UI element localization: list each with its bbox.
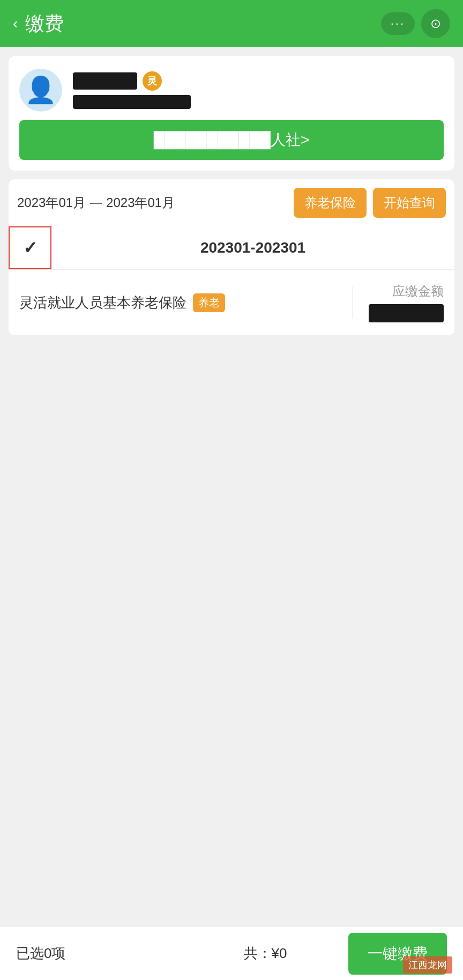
total-amount-value: ¥0 [272, 945, 287, 961]
app-header: ‹ 缴费 ··· ⊙ [0, 0, 463, 47]
filter-row: 2023年01月 — 2023年01月 养老保险 开始查询 [9, 179, 454, 226]
selected-count: 已选0项 [16, 944, 182, 963]
user-details: 灵 [73, 71, 444, 109]
total-label: 共： [244, 945, 272, 961]
checkbox-check-icon: ✓ [23, 238, 38, 258]
scan-button[interactable]: ⊙ [421, 9, 450, 38]
amount-label: 应缴金额 [358, 283, 444, 300]
watermark: 江西龙网 [403, 956, 452, 974]
checkbox-container[interactable]: ✓ [9, 226, 51, 269]
period-text: 202301-202301 [51, 226, 454, 269]
date-start: 2023年01月 [17, 194, 86, 211]
query-button[interactable]: 开始查询 [373, 188, 446, 218]
page-title: 缴费 [25, 11, 64, 37]
insurance-name: 灵活就业人员基本养老保险 [19, 293, 186, 312]
amount-redacted [369, 304, 444, 322]
user-name-row: 灵 [73, 71, 444, 91]
empty-space [9, 335, 454, 764]
back-button[interactable]: ‹ [13, 16, 18, 31]
insurance-left: 灵活就业人员基本养老保险 养老 [19, 293, 347, 312]
result-section: ✓ 202301-202301 灵活就业人员基本养老保险 养老 应缴金额 [9, 226, 454, 335]
avatar: 👤 [19, 69, 62, 112]
user-id-redacted [73, 95, 191, 109]
hr-link-button[interactable]: ███████████人社> [19, 120, 444, 160]
bottom-bar: 已选0项 共：¥0 一键缴费 [0, 926, 463, 980]
header-left: ‹ 缴费 [13, 11, 64, 37]
divider [352, 286, 353, 319]
insurance-right: 应缴金额 [358, 283, 444, 322]
user-info-row: 👤 灵 [19, 69, 444, 112]
date-separator: — [90, 196, 102, 210]
avatar-icon: 👤 [25, 77, 57, 103]
insurance-item-row: 灵活就业人员基本养老保险 养老 应缴金额 [9, 270, 454, 335]
yanglao-badge: 养老 [193, 293, 225, 312]
total-amount: 共：¥0 [182, 944, 348, 963]
date-range: 2023年01月 — 2023年01月 [17, 194, 287, 211]
period-row: ✓ 202301-202301 [9, 226, 454, 270]
user-card: 👤 灵 ███████████人社> [9, 56, 454, 171]
date-end: 2023年01月 [106, 194, 175, 211]
ling-badge: 灵 [143, 71, 162, 91]
main-content: 👤 灵 ███████████人社> 2023年01月 — 2023年01月 养… [0, 47, 463, 773]
header-right: ··· ⊙ [381, 9, 450, 38]
more-options-button[interactable]: ··· [381, 12, 415, 35]
user-name-redacted [73, 72, 137, 90]
insurance-type-button[interactable]: 养老保险 [294, 188, 367, 218]
